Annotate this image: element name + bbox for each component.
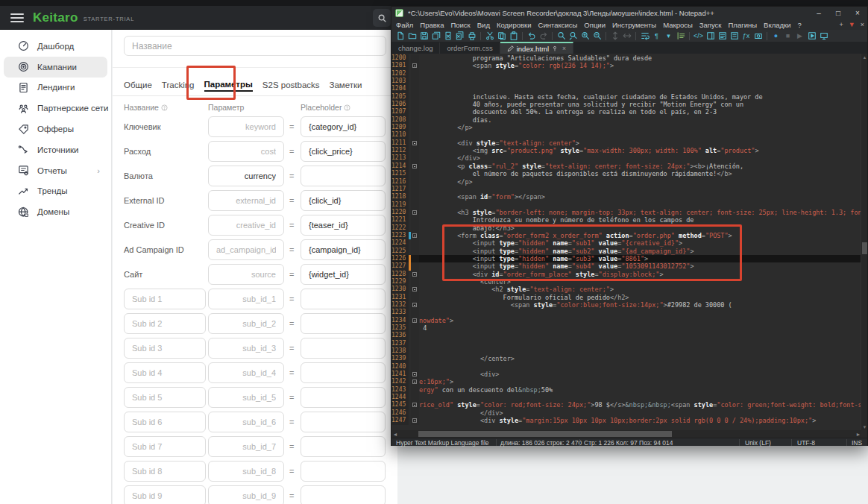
indent-guide-icon[interactable] <box>675 31 686 41</box>
doc-tab-index.html[interactable]: index.html× <box>500 42 573 54</box>
fold-collapse-icon[interactable] <box>411 378 419 385</box>
hamburger-menu-icon[interactable] <box>10 13 24 22</box>
placeholder-input[interactable] <box>301 166 386 186</box>
param-row-label-input[interactable] <box>124 289 206 309</box>
search-button[interactable] <box>373 9 391 27</box>
menu-item[interactable]: Вкладки <box>764 21 790 29</box>
macro-record-icon[interactable]: ● <box>770 31 781 41</box>
scroll-up-arrow[interactable]: ▲ <box>861 54 868 60</box>
param-input[interactable] <box>208 166 284 186</box>
menu-item[interactable]: Поиск <box>450 21 470 29</box>
param-input[interactable] <box>208 436 284 457</box>
fold-collapse-icon[interactable] <box>411 271 419 278</box>
param-input[interactable] <box>208 387 284 408</box>
placeholder-input[interactable] <box>301 239 386 260</box>
menu-item[interactable]: Вид <box>477 21 490 29</box>
scroll-down-arrow[interactable]: ▼ <box>861 423 868 430</box>
undo-icon[interactable] <box>526 31 537 41</box>
fold-collapse-icon[interactable] <box>411 301 419 309</box>
status-encoding[interactable]: UTF-8 <box>797 439 815 447</box>
menu-item[interactable]: Опции <box>584 21 606 29</box>
sync-horizontal-icon[interactable] <box>621 31 632 41</box>
fold-collapse-icon[interactable] <box>411 371 419 378</box>
code-view-icon[interactable]: </> <box>693 31 704 41</box>
menu-item[interactable]: Инструменты <box>612 21 656 29</box>
param-input[interactable] <box>208 215 284 236</box>
placeholder-input[interactable] <box>301 190 386 211</box>
placeholder-input[interactable] <box>301 116 386 137</box>
function-list-icon[interactable] <box>729 31 740 41</box>
dropdown-caret-icon[interactable]: ▾ <box>663 31 674 41</box>
placeholder-input[interactable] <box>301 313 386 334</box>
placeholder-input[interactable] <box>301 215 386 236</box>
tab-параметры[interactable]: Параметры <box>204 80 253 92</box>
doc-tab-orderForm.css[interactable]: orderForm.css <box>440 42 500 54</box>
fold-collapse-icon[interactable] <box>411 317 419 324</box>
new-tab-button[interactable]: + <box>840 21 843 28</box>
maximize-button[interactable]: □ <box>828 7 848 19</box>
titlebar[interactable]: *C:\Users\Evo\Videos\Movavi Screen Recor… <box>391 7 867 19</box>
param-row-label-input[interactable] <box>124 485 206 504</box>
param-input[interactable] <box>208 362 284 383</box>
hscroll-thumb[interactable] <box>418 431 672 437</box>
word-wrap-icon[interactable] <box>639 31 650 41</box>
fold-collapse-icon[interactable] <box>411 209 419 216</box>
scroll-left-arrow[interactable]: ◄ <box>391 430 399 438</box>
cut-icon[interactable] <box>484 31 495 41</box>
horizontal-scrollbar[interactable]: ◄ ► <box>391 430 862 438</box>
sidebar-item-trends[interactable]: Тренды <box>4 181 107 202</box>
new-file-icon[interactable] <box>394 31 406 41</box>
menu-item[interactable]: Запуск <box>699 21 722 29</box>
placeholder-input[interactable] <box>301 362 386 383</box>
param-row-label-input[interactable] <box>124 313 206 334</box>
menu-item[interactable]: Правка <box>420 21 444 29</box>
save-icon[interactable] <box>418 31 430 41</box>
sidebar-item-target[interactable]: Кампании <box>4 57 107 78</box>
sidebar-item-landing-page[interactable]: Лендинги <box>4 78 107 98</box>
save-all-icon[interactable] <box>430 31 441 41</box>
placeholder-input[interactable] <box>301 387 386 408</box>
doc-tab-change.log[interactable]: change.log <box>391 42 440 54</box>
tab-tracking[interactable]: Tracking <box>162 81 195 91</box>
macro-play-icon[interactable]: ▶ <box>794 31 805 41</box>
param-input[interactable] <box>208 485 284 504</box>
param-input[interactable] <box>208 412 284 432</box>
placeholder-input[interactable] <box>301 485 386 504</box>
fold-collapse-icon[interactable] <box>411 62 419 69</box>
sidebar-item-reports[interactable]: Отчеты› <box>4 160 107 181</box>
param-input[interactable] <box>208 313 284 334</box>
sidebar-item-gauge[interactable]: Дашборд <box>4 36 107 57</box>
show-all-chars-icon[interactable]: ¶ <box>651 31 662 41</box>
param-input[interactable] <box>208 239 284 260</box>
close-doc-icon[interactable] <box>442 31 453 41</box>
print-icon[interactable] <box>466 31 477 41</box>
copy-icon[interactable] <box>496 31 507 41</box>
fold-collapse-icon[interactable] <box>411 163 419 170</box>
status-insert-mode[interactable]: INS <box>852 439 862 447</box>
fold-collapse-icon[interactable] <box>411 286 419 293</box>
param-input[interactable] <box>208 289 284 309</box>
param-input[interactable] <box>208 141 284 162</box>
fold-collapse-icon[interactable] <box>411 417 419 424</box>
snapshot-icon[interactable] <box>752 31 764 41</box>
sidebar-item-partner-network[interactable]: Партнерские сети <box>4 98 107 119</box>
find-replace-icon[interactable] <box>567 31 579 41</box>
sidebar-item-offer-tag[interactable]: Офферы <box>4 119 107 139</box>
sidebar-item-traffic-source[interactable]: Источники <box>4 139 107 160</box>
find-icon[interactable] <box>556 31 567 41</box>
close-all-icon[interactable] <box>454 31 465 41</box>
placeholder-input[interactable] <box>301 461 386 482</box>
placeholder-input[interactable] <box>301 412 386 432</box>
paste-icon[interactable] <box>508 31 519 41</box>
sync-vertical-icon[interactable] <box>609 31 620 41</box>
tab-заметки[interactable]: Заметки <box>330 81 362 91</box>
menu-item[interactable]: Синтаксисы <box>538 21 578 29</box>
sidebar-item-domains-globe[interactable]: Домены <box>4 201 107 222</box>
macro-stop-icon[interactable]: ■ <box>782 31 793 41</box>
fold-collapse-icon[interactable] <box>411 232 419 239</box>
fold-collapse-icon[interactable] <box>411 401 419 409</box>
doc-map-icon[interactable] <box>705 31 716 41</box>
zoom-in-icon[interactable] <box>579 31 591 41</box>
campaign-name-input[interactable] <box>124 36 386 56</box>
close-tab-button[interactable]: × <box>861 21 864 28</box>
